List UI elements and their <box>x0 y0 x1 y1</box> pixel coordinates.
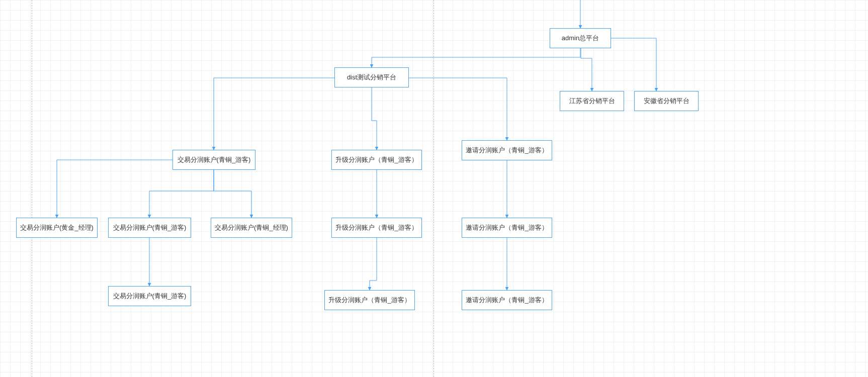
node-upgrade-account-a[interactable]: 升级分润账户（青铜_游客） <box>331 150 422 170</box>
node-invite-account-b[interactable]: 邀请分润账户（青铜_游客） <box>462 218 552 238</box>
node-label: 邀请分润账户（青铜_游客） <box>466 146 548 155</box>
node-label: 交易分润账户(青铜_经理) <box>215 223 288 232</box>
node-anhui-platform[interactable]: 安徽省分销平台 <box>634 91 699 111</box>
node-label: 交易分润账户(青铜_游客) <box>113 292 187 301</box>
node-label: dist测试分销平台 <box>347 73 396 82</box>
node-trade-account-b[interactable]: 交易分润账户(青铜_游客) <box>108 218 191 238</box>
node-invite-account-c[interactable]: 邀请分润账户（青铜_游客） <box>462 290 552 310</box>
node-label: 升级分润账户（青铜_游客） <box>335 223 417 232</box>
edge <box>57 160 172 218</box>
node-trade-account-bronze-mgr[interactable]: 交易分润账户(青铜_经理) <box>211 218 292 238</box>
node-label: admin总平台 <box>562 34 599 43</box>
edge <box>149 170 214 218</box>
node-label: 邀请分润账户（青铜_游客） <box>466 296 548 305</box>
node-invite-account-a[interactable]: 邀请分润账户（青铜_游客） <box>462 140 552 160</box>
diagram-canvas[interactable]: admin总平台 dist测试分销平台 江苏省分销平台 安徽省分销平台 交易分润… <box>0 0 868 377</box>
node-label: 升级分润账户（青铜_游客） <box>328 296 410 305</box>
node-trade-account-a[interactable]: 交易分润账户(青铜_游客) <box>172 150 255 170</box>
edge <box>372 48 580 67</box>
node-label: 交易分润账户(青铜_游客) <box>178 155 251 164</box>
node-label: 升级分润账户（青铜_游客） <box>335 155 417 164</box>
edge <box>372 87 377 150</box>
node-label: 交易分润账户(黄金_经理) <box>20 223 94 232</box>
node-label: 安徽省分销平台 <box>644 97 689 106</box>
node-admin-platform[interactable]: admin总平台 <box>550 28 611 48</box>
node-label: 江苏省分销平台 <box>569 97 615 106</box>
edge <box>581 48 592 91</box>
edge <box>370 238 377 290</box>
edges-layer <box>0 0 868 377</box>
node-label: 交易分润账户(青铜_游客) <box>113 223 187 232</box>
node-upgrade-account-b[interactable]: 升级分润账户（青铜_游客） <box>331 218 422 238</box>
node-dist-platform[interactable]: dist测试分销平台 <box>334 67 409 87</box>
node-jiangsu-platform[interactable]: 江苏省分销平台 <box>560 91 624 111</box>
edge <box>611 38 656 91</box>
node-label: 邀请分润账户（青铜_游客） <box>466 223 548 232</box>
node-upgrade-account-c[interactable]: 升级分润账户（青铜_游客） <box>324 290 415 310</box>
dashed-guide-2 <box>433 0 434 377</box>
edge <box>214 170 251 218</box>
edge <box>214 78 334 150</box>
dashed-guide-1 <box>32 0 32 377</box>
edge <box>409 78 507 140</box>
node-trade-account-gold-mgr[interactable]: 交易分润账户(黄金_经理) <box>16 218 98 238</box>
node-trade-account-c[interactable]: 交易分润账户(青铜_游客) <box>108 286 191 306</box>
